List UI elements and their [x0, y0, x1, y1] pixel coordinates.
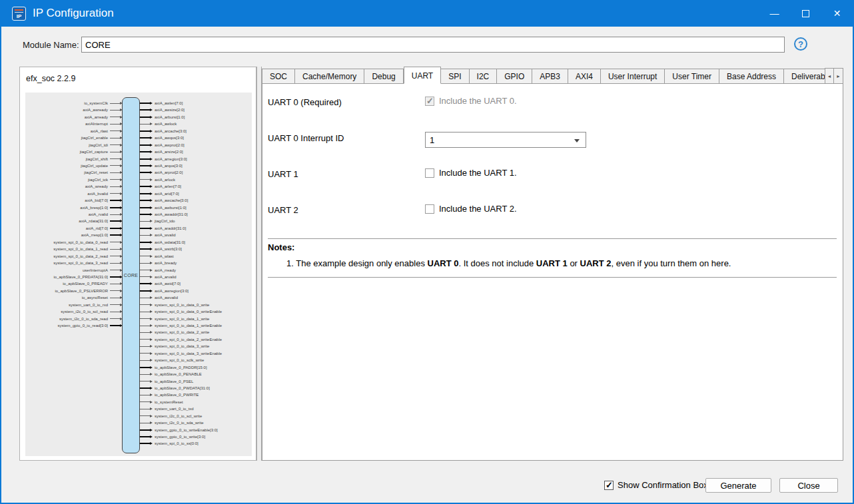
pin-line: [110, 325, 120, 326]
input-pin-row: jtagCtrl_update: [25, 162, 123, 169]
ip-core-version-label: efx_soc 2.2.9: [26, 74, 75, 83]
pin-label: jtagCtrl_enable: [81, 136, 108, 140]
show-confirmation-label: Show Confirmation Box: [618, 480, 708, 490]
pin-arrow-icon: [150, 269, 153, 272]
module-name-input[interactable]: [81, 37, 785, 53]
pin-label: jtagCtrl_tdi: [89, 143, 108, 147]
pin-arrow-icon: [150, 185, 153, 188]
pin-label: axiA_bresp[1:0]: [80, 206, 108, 210]
pin-arrow-icon: [150, 359, 153, 362]
tab-scroll-left-button[interactable]: ◄: [825, 68, 834, 84]
tab-soc[interactable]: SOC: [262, 69, 295, 84]
pin-label: axiA_arburst[1:0]: [155, 115, 185, 119]
pin-line: [140, 443, 150, 444]
pin-label: axiA_araddr[31:0]: [155, 226, 186, 230]
close-button[interactable]: ✕: [821, 0, 853, 27]
minimize-button[interactable]: —: [759, 0, 790, 27]
close-dialog-button[interactable]: Close: [779, 478, 838, 493]
show-confirmation-row: Show Confirmation Box: [604, 480, 708, 490]
pin-line: [140, 137, 150, 138]
tab-spi[interactable]: SPI: [441, 69, 469, 84]
tab-uart[interactable]: UART: [404, 67, 441, 84]
show-confirmation-checkbox[interactable]: [604, 481, 614, 490]
output-pin-row: system_spi_0_io_data_2_writeEnable: [140, 336, 252, 343]
tab-user-interrupt[interactable]: User Interrupt: [601, 69, 665, 84]
pin-label: axiA_arregion[3:0]: [155, 157, 187, 161]
pin-label: axiA_awregion[3:0]: [155, 289, 189, 293]
config-row-control: Include the UART 2.: [425, 204, 517, 214]
pin-line: [110, 193, 120, 194]
pin-label: system_spi_0_io_data_1_write: [155, 317, 209, 321]
output-pin-row: io_apbSlave_0_PWRITE: [140, 391, 252, 398]
panel-splitter[interactable]: [256, 67, 262, 461]
input-pin-row: io_asyncReset: [25, 294, 123, 301]
pin-arrow-icon: [150, 130, 153, 132]
include-checkbox[interactable]: [425, 204, 434, 214]
tab-gpio[interactable]: GPIO: [497, 69, 532, 84]
pin-label: axiA_arlock: [155, 178, 175, 182]
pin-label: axiA_arlen[7:0]: [155, 184, 181, 188]
pin-line: [140, 193, 150, 194]
maximize-button[interactable]: [790, 0, 821, 27]
configuration-panel: SOCCache/MemoryDebugUARTSPII2CGPIOAPB3AX…: [262, 67, 843, 461]
pin-label: axiA_wvalid: [155, 233, 176, 237]
pin-line: [110, 263, 120, 264]
pin-line: [110, 256, 120, 256]
input-pin-row: system_spi_0_io_data_2_read: [25, 252, 123, 259]
input-pin-row: system_gpio_0_io_read[3:0]: [25, 322, 123, 329]
pin-label: axiA_arprot[2:0]: [155, 170, 183, 174]
include-checkbox[interactable]: [425, 168, 434, 178]
output-pin-row: io_apbSlave_0_PADDR[15:0]: [140, 364, 252, 370]
output-pin-row: system_uart_0_io_txd: [140, 405, 252, 412]
tab-i2c[interactable]: I2C: [470, 69, 498, 84]
pin-line: [140, 326, 150, 326]
pin-line: [140, 387, 150, 389]
pin-label: io_asyncReset: [82, 296, 108, 300]
pin-label: axiA_wlast: [155, 254, 174, 258]
pin-line: [140, 248, 150, 250]
pin-arrow-icon: [150, 116, 153, 119]
output-pin-row: system_gpio_0_io_write[3:0]: [140, 433, 252, 440]
pin-line: [110, 304, 120, 305]
output-pin-row: system_spi_0_io_sclk_write: [140, 357, 252, 364]
tab-apb3[interactable]: APB3: [532, 69, 568, 84]
pin-label: axiA_awready: [83, 108, 108, 112]
pin-label: axiA_awsize[2:0]: [155, 108, 185, 112]
pin-arrow-icon: [150, 102, 153, 105]
pin-line: [140, 423, 150, 423]
pin-line: [140, 374, 150, 375]
pin-arrow-icon: [150, 345, 153, 348]
tab-axi4[interactable]: AXI4: [568, 69, 601, 84]
pin-line: [110, 298, 120, 298]
pin-arrow-icon: [150, 262, 153, 264]
config-row-label: UART 0 Interrupt ID: [268, 133, 344, 143]
pin-arrow-icon: [150, 227, 153, 230]
output-pin-row: axiA_araddr[31:0]: [140, 225, 252, 232]
tab-deliverables[interactable]: Deliverables: [784, 69, 825, 84]
pin-label: axiA_arsize[2:0]: [155, 150, 183, 154]
tab-user-timer[interactable]: User Timer: [665, 69, 719, 84]
output-pin-row: system_i2c_0_io_scl_write: [140, 412, 252, 419]
input-pin-row: axiA_bvalid: [25, 190, 123, 196]
pin-label: system_spi_0_io_data_1_read: [53, 247, 108, 251]
input-pin-row: axiA_awready: [25, 107, 123, 113]
tab-base-address[interactable]: Base Address: [719, 69, 784, 84]
tab-cache-memory[interactable]: Cache/Memory: [295, 69, 364, 84]
pin-arrow-icon: [150, 144, 153, 146]
output-pin-row: system_spi_0_io_data_0_write: [140, 301, 252, 308]
pin-line: [140, 332, 150, 333]
pin-line: [110, 103, 120, 104]
pin-line: [140, 186, 150, 187]
pin-arrow-icon: [150, 421, 153, 424]
pin-label: system_spi_0_io_data_3_read: [53, 261, 108, 265]
pin-arrow-icon: [150, 318, 153, 320]
pin-line: [140, 360, 150, 361]
tab-debug[interactable]: Debug: [364, 69, 403, 84]
interrupt-id-dropdown[interactable]: 1: [425, 132, 586, 148]
pin-line: [110, 158, 120, 159]
help-icon[interactable]: ?: [794, 37, 807, 51]
tab-scroll-right-button[interactable]: ►: [834, 68, 843, 84]
pin-label: axiA_rresp[1:0]: [81, 233, 108, 237]
generate-button[interactable]: Generate: [705, 478, 771, 493]
pin-label: system_spi_0_io_data_1_writeEnable: [155, 324, 222, 328]
